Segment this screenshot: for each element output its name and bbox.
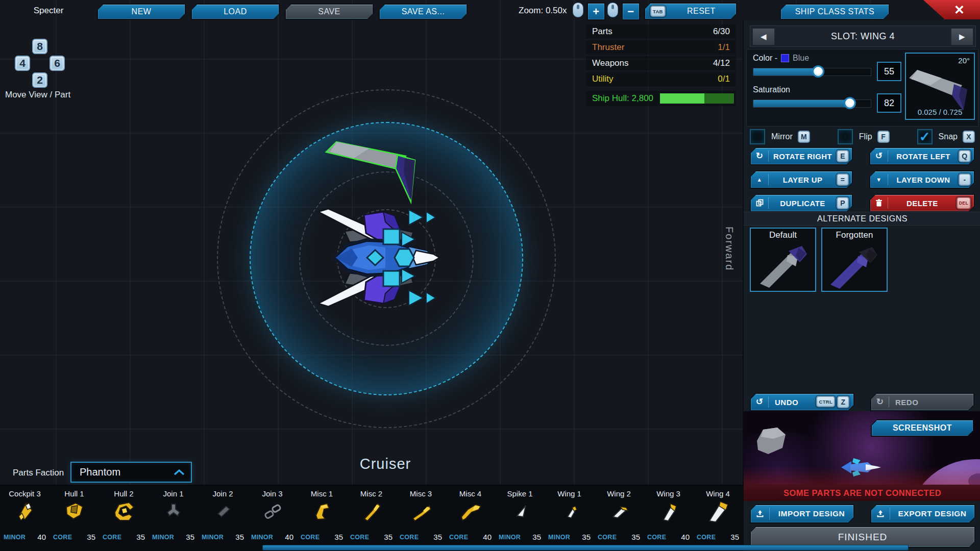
action-icon (751, 197, 769, 209)
key-icon: F (877, 131, 890, 143)
checkbox[interactable] (750, 129, 765, 144)
design-default[interactable]: Default (750, 228, 816, 292)
part-hull-2[interactable]: Hull 2 CORE 35 (99, 486, 149, 551)
parts-list: Cockpit 3 MINOR 40 Hull 1 CORE 35 Hull 2… (0, 485, 743, 551)
part-misc-4[interactable]: Misc 4 CORE 40 (446, 486, 495, 551)
tab-key-icon: TAB (650, 6, 666, 17)
hull-value: 2,800 (632, 93, 654, 104)
color-slider[interactable] (753, 68, 871, 76)
part-hull-1[interactable]: Hull 1 CORE 35 (50, 486, 99, 551)
key-icon: P (837, 197, 849, 209)
forward-label: Forward (723, 227, 735, 271)
export-icon (871, 508, 890, 520)
checkbox[interactable]: ✓ (917, 129, 933, 144)
reset-view-button[interactable]: TAB RESET (644, 3, 737, 20)
rotate-left-button[interactable]: ↺ ROTATE LEFT Q (869, 147, 975, 165)
part-join-3[interactable]: Join 3 MINOR 40 (248, 486, 297, 551)
zoom-out-button[interactable]: − (622, 3, 640, 20)
mouse-scroll-down-icon (607, 3, 618, 17)
part-icon (211, 500, 235, 525)
parts-scrollbar[interactable] (262, 545, 909, 550)
part-misc-3[interactable]: Misc 3 CORE 35 (396, 486, 446, 551)
key-icon: E (837, 150, 849, 162)
redo-icon: ↻ (871, 396, 889, 408)
layer-up-button[interactable]: ▲ LAYER UP = (750, 170, 853, 189)
part-cockpit-3[interactable]: Cockpit 3 MINOR 40 (0, 486, 50, 551)
rotate-right-button[interactable]: ↻ ROTATE RIGHT E (750, 147, 853, 165)
key-icon: - (959, 173, 971, 186)
saturation-label: Saturation (753, 85, 790, 94)
part-join-2[interactable]: Join 2 MINOR 35 (198, 486, 248, 551)
move-key-down[interactable]: 2 (32, 72, 47, 88)
part-icon (62, 500, 87, 525)
ship-class-stats-button[interactable]: SHIP CLASS STATS (780, 4, 890, 20)
delete-button[interactable]: DELETE DEL (869, 194, 975, 212)
part-misc-2[interactable]: Misc 2 CORE 35 (347, 486, 396, 551)
close-button[interactable]: ✕ (923, 0, 980, 19)
check-icon: ✓ (919, 130, 930, 143)
action-icon: ↺ (870, 151, 888, 162)
design-forgotten[interactable]: Forgotten (821, 228, 888, 292)
move-keys-caption: Move View / Part (5, 90, 70, 100)
stat-row: Parts 6/30 (586, 24, 736, 39)
undo-button[interactable]: ↺ UNDO CTRL Z (750, 393, 854, 411)
saturation-slider-knob[interactable] (844, 97, 856, 109)
part-join-1[interactable]: Join 1 MINOR 35 (149, 486, 198, 551)
slot-next-button[interactable]: ▶ (951, 28, 973, 45)
ship-hull-row: Ship Hull: 2,800 (586, 91, 736, 106)
saturation-value-box[interactable]: 82 (877, 93, 901, 113)
menu-button-save[interactable]: SAVE (285, 4, 374, 20)
part-wing-1[interactable]: Wing 1 MINOR 35 (545, 486, 594, 551)
move-key-right[interactable]: 6 (50, 56, 65, 71)
import-design-button[interactable]: IMPORT DESIGN (750, 504, 854, 523)
menu-button-saveas[interactable]: SAVE AS... (379, 4, 468, 20)
part-wing-3[interactable]: Wing 3 CORE 40 (644, 486, 693, 551)
part-controls: Color - Blue 55 Saturation 82 20° (746, 49, 978, 127)
color-name: Blue (793, 54, 809, 63)
parts-faction-dropdown[interactable]: Phantom (70, 462, 192, 483)
action-icon: ▲ (751, 174, 769, 185)
color-value-box[interactable]: 55 (877, 62, 901, 81)
stat-row: Thruster 1/1 (586, 40, 736, 55)
slot-panel: ◀ SLOT: WING 4 ▶ Color - Blue 55 Saturat… (743, 20, 980, 551)
ship-render[interactable] (309, 202, 462, 314)
menu-button-new[interactable]: NEW (97, 4, 186, 20)
part-icon (607, 500, 631, 525)
screenshot-button[interactable]: SCREENSHOT (871, 419, 974, 437)
hull-label: Ship Hull: (592, 93, 629, 104)
zoom-in-button[interactable]: + (587, 3, 605, 20)
part-icon (13, 500, 37, 525)
part-wing-4[interactable]: Wing 4 CORE 35 (693, 486, 743, 551)
color-slider-knob[interactable] (812, 65, 824, 78)
action-icon: ↻ (751, 151, 769, 162)
warning-banner: SOME PARTS ARE NOT CONNECTED (744, 485, 980, 501)
redo-button[interactable]: ↻ REDO (870, 393, 974, 411)
part-icon (260, 500, 285, 525)
selected-part[interactable] (323, 136, 430, 205)
move-key-left[interactable]: 4 (15, 56, 30, 71)
part-wing-2[interactable]: Wing 2 CORE 35 (594, 486, 644, 551)
zoom-level-label: Zoom: 0.50x (519, 6, 567, 16)
checkbox[interactable] (838, 129, 853, 144)
mouse-scroll-up-icon (573, 3, 583, 17)
screenshot-preview: SCREENSHOT (744, 411, 980, 485)
move-key-up[interactable]: 8 (32, 39, 47, 54)
layer-down-button[interactable]: ▼ LAYER DOWN - (869, 170, 975, 189)
forward-indicator: Forward (719, 223, 739, 274)
part-icon (409, 500, 433, 525)
color-label: Color - Blue (753, 54, 809, 63)
menu-button-load[interactable]: LOAD (191, 4, 280, 20)
z-key-icon: Z (837, 396, 849, 408)
undo-icon: ↺ (751, 396, 769, 408)
duplicate-button[interactable]: DUPLICATE P (750, 194, 853, 212)
parts-faction-label: Parts Faction (13, 468, 64, 478)
warning-text: SOME PARTS ARE NOT CONNECTED (783, 488, 941, 498)
part-spike-1[interactable]: Spike 1 MINOR 35 (495, 486, 545, 551)
saturation-slider[interactable] (753, 99, 871, 108)
part-count-stats: Parts 6/30 Thruster 1/1 Weapons 4/12 Uti… (586, 24, 736, 88)
export-design-button[interactable]: EXPORT DESIGN (870, 504, 975, 523)
slot-prev-button[interactable]: ◀ (752, 28, 775, 45)
saturation-slider-fill (753, 100, 850, 107)
part-misc-1[interactable]: Misc 1 CORE 35 (297, 486, 347, 551)
stat-row: Utility 0/1 (586, 72, 736, 86)
